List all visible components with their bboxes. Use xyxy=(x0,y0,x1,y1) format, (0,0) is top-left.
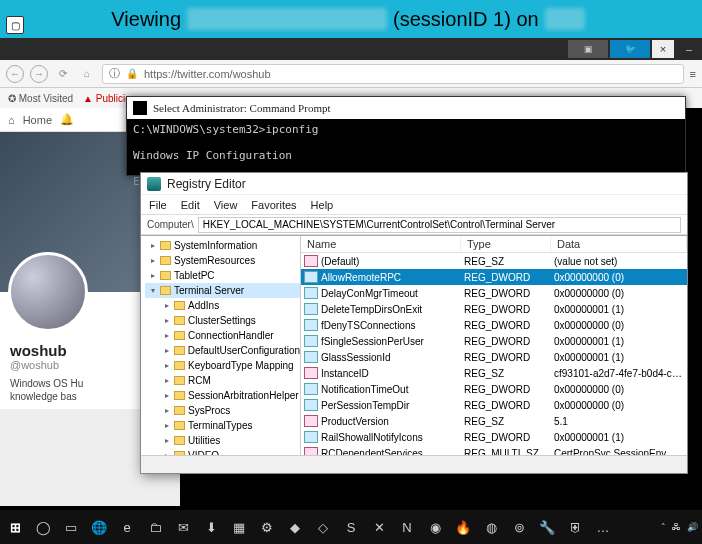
regedit-columns[interactable]: Name Type Data xyxy=(301,236,687,253)
taskbar-that-icon[interactable]: ◇ xyxy=(312,516,334,538)
taskbar: ⊞◯▭🌐e🗀✉⬇▦⚙◆◇S✕N◉🔥◍⊚🔧⛨…˄🖧🔊 xyxy=(0,510,702,544)
taskbar-tool-icon[interactable]: 🔧 xyxy=(536,516,558,538)
value-fsinglesessionperuser[interactable]: fSingleSessionPerUserREG_DWORD0x00000001… xyxy=(301,333,687,349)
regedit-title-text: Registry Editor xyxy=(167,177,246,191)
taskbar-search-icon[interactable]: ◯ xyxy=(32,516,54,538)
taskbar-folder-icon[interactable]: 🗀 xyxy=(144,516,166,538)
tray-vol-icon[interactable]: 🔊 xyxy=(687,522,698,532)
taskbar-this-icon[interactable]: ◆ xyxy=(284,516,306,538)
browser-minimize[interactable]: – xyxy=(676,43,702,55)
browser-tab-new[interactable]: × xyxy=(652,40,674,58)
regedit-menubar: FileEditViewFavoritesHelp xyxy=(141,195,687,215)
browser-tabstrip: ▣ 🐦 × – xyxy=(0,38,702,60)
tree-sysprocs[interactable]: ▸SysProcs xyxy=(145,403,300,418)
tree-addins[interactable]: ▸AddIns xyxy=(145,298,300,313)
value-productversion[interactable]: ProductVersionREG_SZ5.1 xyxy=(301,413,687,429)
menu-view[interactable]: View xyxy=(214,199,238,211)
cmd-icon xyxy=(133,101,147,115)
most-visited-bookmark[interactable]: ✪ Most Visited xyxy=(8,93,73,104)
browser-tab-1[interactable]: ▣ xyxy=(568,40,608,58)
value-persessiontempdir[interactable]: PerSessionTempDirREG_DWORD0x00000000 (0) xyxy=(301,397,687,413)
cmd-window[interactable]: Select Administrator: Command Prompt C:\… xyxy=(126,96,686,176)
value-railshowallnotifyicons[interactable]: RailShowallNotifyIconsREG_DWORD0x0000000… xyxy=(301,429,687,445)
value-glasssessionid[interactable]: GlassSessionIdREG_DWORD0x00000001 (1) xyxy=(301,349,687,365)
menu-edit[interactable]: Edit xyxy=(181,199,200,211)
system-tray[interactable]: ˄🖧🔊 xyxy=(661,522,698,532)
tree-terminal-server[interactable]: ▾Terminal Server xyxy=(145,283,300,298)
value-deletetempdirsonexit[interactable]: DeleteTempDirsOnExitREG_DWORD0x00000001 … xyxy=(301,301,687,317)
regedit-values[interactable]: Name Type Data (Default)REG_SZ(value not… xyxy=(301,236,687,455)
taskbar-xbox-icon[interactable]: ✕ xyxy=(368,516,390,538)
regedit-pathbar: Computer\ xyxy=(141,215,687,235)
tree-keyboardtype-mapping[interactable]: ▸KeyboardType Mapping xyxy=(145,358,300,373)
url-text: https://twitter.com/woshub xyxy=(144,68,271,80)
tree-systemresources[interactable]: ▸SystemResources xyxy=(145,253,300,268)
tray-up-icon[interactable]: ˄ xyxy=(661,522,666,532)
regedit-window[interactable]: Registry Editor FileEditViewFavoritesHel… xyxy=(140,172,688,474)
regedit-titlebar[interactable]: Registry Editor xyxy=(141,173,687,195)
taskbar-disc-icon[interactable]: ⊚ xyxy=(508,516,530,538)
value-allowremoterpc[interactable]: AllowRemoteRPCREG_DWORD0x00000000 (0) xyxy=(301,269,687,285)
tree-video[interactable]: ▸VIDEO xyxy=(145,448,300,455)
tree-sessionarbitrationhelper[interactable]: ▸SessionArbitrationHelper xyxy=(145,388,300,403)
taskbar-task-icon[interactable]: ▭ xyxy=(60,516,82,538)
menu-file[interactable]: File xyxy=(149,199,167,211)
col-data[interactable]: Data xyxy=(551,236,687,252)
taskbar-misc-icon[interactable]: … xyxy=(592,516,614,538)
reload-button[interactable]: ⟳ xyxy=(54,65,72,83)
browser-tab-twitter[interactable]: 🐦 xyxy=(610,40,650,58)
site-info-icon[interactable]: ⓘ xyxy=(109,66,120,81)
twitter-notif-icon[interactable]: 🔔 xyxy=(60,113,74,126)
tree-terminaltypes[interactable]: ▸TerminalTypes xyxy=(145,418,300,433)
tree-connectionhandler[interactable]: ▸ConnectionHandler xyxy=(145,328,300,343)
taskbar-skype-icon[interactable]: S xyxy=(340,516,362,538)
regedit-tree[interactable]: ▸SystemInformation▸SystemResources▸Table… xyxy=(141,236,301,455)
tree-tabletpc[interactable]: ▸TabletPC xyxy=(145,268,300,283)
value-fdenytsconnections[interactable]: fDenyTSConnectionsREG_DWORD0x00000000 (0… xyxy=(301,317,687,333)
back-button[interactable]: ← xyxy=(6,65,24,83)
tree-rcm[interactable]: ▸RCM xyxy=(145,373,300,388)
tree-defaultuserconfiguration[interactable]: ▸DefaultUserConfiguration xyxy=(145,343,300,358)
value-delayconmgrtimeout[interactable]: DelayConMgrTimeoutREG_DWORD0x00000000 (0… xyxy=(301,285,687,301)
value-rcdependentservices[interactable]: RCDependentServicesREG_MULTI_SZCertPropS… xyxy=(301,445,687,455)
col-name[interactable]: Name xyxy=(301,236,461,252)
tree-clustersettings[interactable]: ▸ClusterSettings xyxy=(145,313,300,328)
taskbar-photos-icon[interactable]: ▦ xyxy=(228,516,250,538)
value-notificationtimeout[interactable]: NotificationTimeOutREG_DWORD0x00000000 (… xyxy=(301,381,687,397)
regedit-icon xyxy=(147,177,161,191)
taskbar-shield-icon[interactable]: ⛨ xyxy=(564,516,586,538)
session-view-banner: ▢ Viewing (sessionID 1) on xyxy=(0,0,702,38)
blurred-user xyxy=(187,8,387,30)
avatar[interactable] xyxy=(8,252,88,332)
session-icon: ▢ xyxy=(6,16,24,34)
cmd-titlebar[interactable]: Select Administrator: Command Prompt xyxy=(127,97,685,119)
taskbar-mail-icon[interactable]: ✉ xyxy=(172,516,194,538)
taskbar-chrome-icon[interactable]: ◍ xyxy=(480,516,502,538)
tree-utilities[interactable]: ▸Utilities xyxy=(145,433,300,448)
value--default-[interactable]: (Default)REG_SZ(value not set) xyxy=(301,253,687,269)
tray-net-icon[interactable]: 🖧 xyxy=(672,522,681,532)
taskbar-onenote-icon[interactable]: N xyxy=(396,516,418,538)
url-bar[interactable]: ⓘ 🔒 https://twitter.com/woshub xyxy=(102,64,684,84)
taskbar-ff-icon[interactable]: 🔥 xyxy=(452,516,474,538)
browser-menu-button[interactable]: ≡ xyxy=(690,68,696,80)
taskbar-settings-icon[interactable]: ⚙ xyxy=(256,516,278,538)
taskbar-win-icon[interactable]: ⊞ xyxy=(4,516,26,538)
regedit-path-input[interactable] xyxy=(198,217,681,233)
taskbar-steam-icon[interactable]: ◉ xyxy=(424,516,446,538)
taskbar-store-icon[interactable]: ⬇ xyxy=(200,516,222,538)
value-instanceid[interactable]: InstanceIDREG_SZcf93101-a2d7-4fe7-b0d4-c… xyxy=(301,365,687,381)
dword-icon xyxy=(304,351,318,363)
taskbar-edge-icon[interactable]: e xyxy=(116,516,138,538)
forward-button[interactable]: → xyxy=(30,65,48,83)
taskbar-globe-icon[interactable]: 🌐 xyxy=(88,516,110,538)
blurred-host xyxy=(545,8,585,30)
menu-help[interactable]: Help xyxy=(311,199,334,211)
publicio-bookmark[interactable]: ▲ Publicio xyxy=(83,93,131,104)
tree-systeminformation[interactable]: ▸SystemInformation xyxy=(145,238,300,253)
col-type[interactable]: Type xyxy=(461,236,551,252)
home-button[interactable]: ⌂ xyxy=(78,65,96,83)
twitter-home-label[interactable]: Home xyxy=(23,114,52,126)
menu-favorites[interactable]: Favorites xyxy=(251,199,296,211)
twitter-home-icon[interactable]: ⌂ xyxy=(8,114,15,126)
